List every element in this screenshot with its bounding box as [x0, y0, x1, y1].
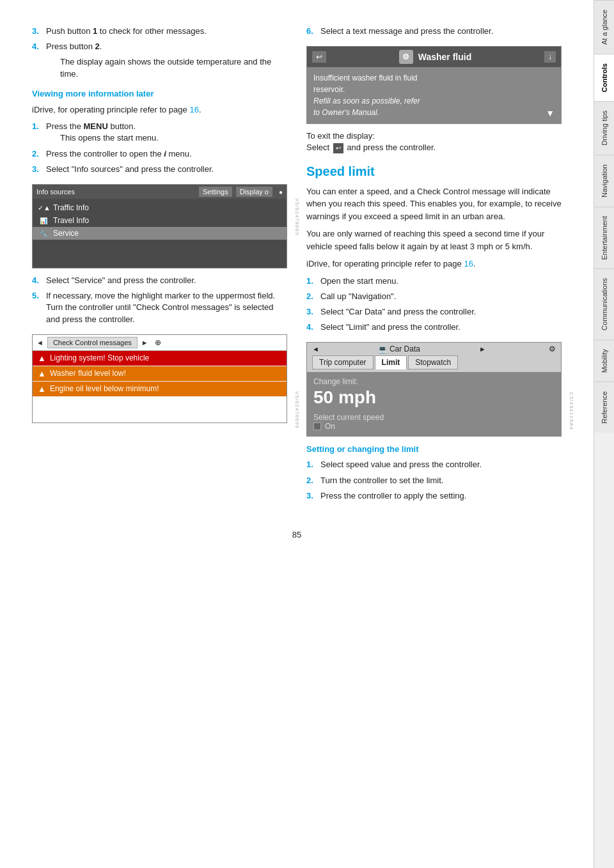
speed-limit-idrive: iDrive, for operating principle refer to…	[306, 258, 562, 270]
back-icon-inline: ↩	[333, 143, 343, 153]
car-data-screen: ◄ 💻 Car Data ► ⚙ Trip computer Limit Sto…	[306, 342, 562, 437]
car-data-settings-icon: ⚙	[549, 345, 556, 353]
washer-down-btn[interactable]: ↓	[544, 51, 556, 63]
viewing-intro: iDrive, for operating principle refer to…	[32, 104, 287, 116]
check-ctrl-tab: Check Control messages	[47, 337, 138, 348]
step-num-6: 6.	[306, 26, 317, 37]
speed-limit-page-link[interactable]: 16	[464, 259, 473, 268]
step-b3: 3. Select "Info sources" and press the c…	[32, 164, 287, 175]
steps-b: 1. Press the MENU button.This opens the …	[32, 121, 287, 175]
setting-step-num-3: 3.	[306, 490, 317, 502]
warning-row-washer: ▲ Washer fluid level low!	[33, 366, 287, 382]
sidebar-tab-controls[interactable]: Controls	[594, 54, 614, 101]
tab-limit[interactable]: Limit	[375, 355, 407, 369]
change-limit-label: Change limit:	[313, 377, 555, 386]
car-data-title: 💻 Car Data	[378, 345, 420, 353]
info-sources-row-traffic: ✓▲ Traffic Info	[33, 201, 287, 214]
info-sources-tab-display: Display o	[236, 187, 272, 197]
steps-c: 4. Select "Service" and press the contro…	[32, 275, 287, 325]
to-exit-text: To exit the display: Select ↩ and press …	[306, 130, 562, 153]
info-sources-header: Info sources Settings Display o ●	[33, 185, 287, 199]
viewing-heading: Viewing more information later	[32, 89, 287, 98]
sidebar-tab-entertainment[interactable]: Entertainment	[594, 206, 614, 268]
service-label: Service	[53, 229, 79, 238]
check-ctrl-body: ▲ Lighting system! Stop vehicle ▲ Washer…	[33, 351, 287, 422]
on-label: On	[325, 422, 335, 431]
check-control-screen: ◄ Check Control messages ► ⊕ ▲ Lighting …	[32, 334, 287, 423]
warning-row-lighting: ▲ Lighting system! Stop vehicle	[33, 351, 287, 366]
washer-back-btn[interactable]: ↩	[312, 51, 326, 63]
setting-step-text-2: Turn the controller to set the limit.	[320, 475, 562, 486]
step-num-c5: 5.	[32, 290, 42, 325]
step-3: 3. Push button 1 to check for other mess…	[32, 26, 287, 37]
step-c4: 4. Select "Service" and press the contro…	[32, 275, 287, 286]
step-text-6: Select a text message and press the cont…	[320, 26, 562, 37]
step-num-4: 4.	[32, 41, 42, 52]
setting-step-1: 1. Select speed value and press the cont…	[306, 459, 562, 470]
travel-label: Travel Info	[53, 216, 89, 225]
steps-a: 3. Push button 1 to check for other mess…	[32, 26, 287, 80]
sidebar-tab-label-communications: Communications	[601, 278, 608, 330]
step-4-sub: The display again shows the outside temp…	[32, 56, 287, 79]
washer-title-area: ⚙ Washer fluid	[399, 50, 472, 64]
sidebar-tab-reference[interactable]: Reference	[594, 382, 614, 433]
select-speed-row: Select current speed	[313, 413, 555, 422]
warning-text-washer: Washer fluid level low!	[50, 369, 126, 378]
warning-text-oil: Engine oil level below minimum!	[50, 384, 159, 393]
step-6: 6. Select a text message and press the c…	[306, 26, 562, 37]
info-sources-body: ✓▲ Traffic Info 📊 Travel Info 🔧 Service	[33, 199, 287, 268]
sidebar-tab-at-a-glance[interactable]: At a glance	[594, 0, 614, 54]
sidebar-tab-label-entertainment: Entertainment	[601, 216, 608, 260]
car-data-tabs: Trip computer Limit Stopwatch	[307, 355, 561, 372]
steps-speed: 1. Open the start menu. 2. Call up "Navi…	[306, 275, 562, 334]
sidebar-tab-driving-tips[interactable]: Driving tips	[594, 101, 614, 154]
ctrl-circle-icon: ⊕	[155, 338, 161, 347]
sidebar-tab-navigation[interactable]: Navigation	[594, 155, 614, 206]
car-data-nav-right: ►	[479, 345, 486, 353]
warning-empty	[33, 397, 287, 422]
sidebar-tab-label-mobility: Mobility	[601, 349, 608, 373]
on-checkbox-row: On	[313, 422, 555, 431]
car-data-nav-left: ◄	[312, 345, 319, 353]
speed-step-2: 2. Call up "Navigation".	[306, 291, 562, 302]
info-sources-tab-settings: Settings	[199, 187, 232, 197]
sidebar-tab-mobility[interactable]: Mobility	[594, 339, 614, 382]
sidebar-tab-label-at-a-glance: At a glance	[601, 10, 608, 45]
viewing-page-link[interactable]: 16	[189, 105, 198, 114]
sidebar-tab-communications[interactable]: Communications	[594, 268, 614, 339]
speed-step-1: 1. Open the start menu.	[306, 275, 562, 287]
washer-line4: to Owner's Manual.	[313, 108, 379, 117]
speed-limit-body-1: You can enter a speed, and a Check Contr…	[306, 185, 562, 223]
tab-stopwatch[interactable]: Stopwatch	[408, 355, 458, 369]
setting-step-num-1: 1.	[306, 459, 317, 470]
step-c5: 5. If necessary, move the highlight mark…	[32, 290, 287, 325]
step-text-b2: Press the controller to open the i menu.	[46, 148, 287, 160]
washer-screen: ↩ ⚙ Washer fluid ↓ Insufficient washer f…	[306, 46, 562, 124]
info-sources-dot: ●	[279, 189, 283, 196]
step-4-subtext: The display again shows the outside temp…	[60, 56, 287, 79]
step-b1: 1. Press the MENU button.This opens the …	[32, 121, 287, 144]
warning-icon-orange1: ▲	[38, 369, 46, 378]
sidebar-tab-label-controls: Controls	[601, 63, 608, 92]
speed-limit-body-2: You are only warned of reaching this spe…	[306, 228, 562, 252]
right-column: 6. Select a text message and press the c…	[306, 26, 562, 511]
car-data-body: Change limit: 50 mph Select current spee…	[307, 372, 561, 436]
on-checkbox[interactable]	[313, 422, 321, 430]
step-num-b2: 2.	[32, 148, 42, 160]
traffic-icon: ✓▲	[38, 204, 49, 212]
setting-steps: 1. Select speed value and press the cont…	[306, 459, 562, 502]
step-text-3: Push button 1 to check for other message…	[46, 26, 287, 37]
speed-limit-heading: Speed limit	[306, 164, 562, 179]
tab-trip-computer[interactable]: Trip computer	[312, 355, 374, 369]
info-sources-empty	[33, 240, 287, 265]
car-data-header: ◄ 💻 Car Data ► ⚙	[307, 343, 561, 355]
setting-step-2: 2. Turn the controller to set the limit.	[306, 475, 562, 486]
speed-step-4: 4. Select "Limit" and press the controll…	[306, 322, 562, 333]
step-num-c4: 4.	[32, 275, 42, 286]
speed-step-text-1: Open the start menu.	[320, 275, 562, 287]
nav-arrow-left: ◄	[36, 339, 43, 346]
step-text-4: Press button 2.	[46, 41, 287, 52]
setting-heading: Setting or changing the limit	[306, 444, 562, 454]
info-sources-row-travel: 📊 Travel Info	[33, 214, 287, 227]
warning-icon-red: ▲	[38, 353, 46, 363]
